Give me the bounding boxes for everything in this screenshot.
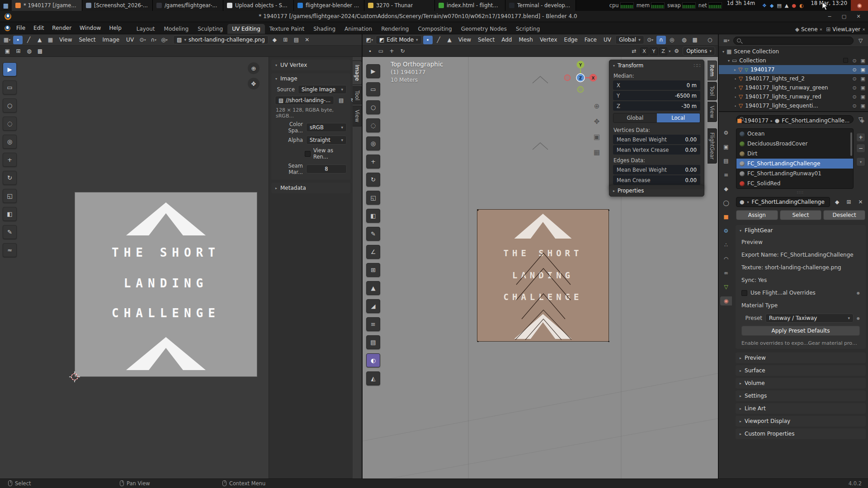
record-icon[interactable]: ● [792,3,796,9]
display-icon[interactable]: ❖ [762,3,767,9]
pin-icon[interactable]: ◈ [860,117,864,124]
deselect-button[interactable]: Deselect [823,210,865,220]
select-lasso-tool[interactable]: ◌ [366,118,380,132]
close-icon[interactable]: ✕ [862,28,865,32]
uv-rotate-tool[interactable]: ↻ [3,171,17,185]
select-box-tool[interactable]: ▭ [366,82,380,96]
edge-menu[interactable]: Edge [561,36,580,44]
settings-panel[interactable]: ▸Settings [736,390,866,401]
uv-select-box-tool[interactable]: ▭ [3,80,17,94]
uv-sync-select-button[interactable]: ▣ [3,47,12,56]
viewport-pan-button[interactable]: ✥ [591,116,603,127]
menu-window[interactable]: Window [75,23,105,34]
volume-panel[interactable]: ▸Volume [736,378,866,389]
tab-output[interactable]: ▤ [720,156,732,165]
uv-tab-image[interactable]: Image [353,61,362,85]
poly-build-tool[interactable]: ◭ [366,371,380,385]
uv-vertex-panel[interactable]: ▾UV Vertex [271,60,350,70]
gear-icon[interactable]: ⚙ [672,47,681,56]
mode-dropdown[interactable]: ◩Edit Mode▾ [376,35,422,44]
apply-preset-defaults-button[interactable]: Apply Preset Defaults [741,326,860,336]
tab-compositing[interactable]: Compositing [413,24,456,34]
breadcrumb-material[interactable]: FC_ShortLandingChalle... [782,117,849,124]
transform-orientation-dropdown[interactable]: Global▾ [615,35,644,44]
shading-wireframe-button[interactable]: ○ [705,36,715,44]
uv-scale-tool[interactable]: ◱ [3,189,17,203]
tab-object[interactable]: ■ [720,212,732,221]
camera-icon[interactable]: ▣ [861,67,865,73]
camera-icon[interactable]: ▣ [861,94,865,100]
tool-fallback-button[interactable]: ∙ [365,47,375,56]
uv-texture-image[interactable]: THE SHORT LANDING CHALLENGE [75,192,257,377]
taskbar-window-flightgear[interactable]: flightgear-blender -... [294,0,364,11]
chevron-down-icon[interactable]: ▾ [722,50,724,54]
flightgear-panel-header[interactable]: ▾ FlightGear [736,225,866,236]
eye-icon[interactable]: ⊙ [852,103,856,109]
proportional-editing-button[interactable]: ◎ [667,36,677,44]
move-tool[interactable]: + [366,155,380,169]
uv-menu-view[interactable]: View [57,36,75,44]
collection-row[interactable]: ▾ ▭ Collection ⊙▣ [719,56,868,65]
seam-margin-field[interactable]: 8 [306,164,347,174]
mem-monitor[interactable]: mem [635,0,666,11]
duplicate-material-button[interactable]: ⊞ [844,198,854,206]
bluetooth-icon[interactable]: ◆ [770,3,774,9]
uv-menu-uv[interactable]: UV [123,36,137,44]
camera-icon[interactable]: ▣ [861,103,865,109]
fake-user-button[interactable]: ◆ [832,198,842,206]
uv-select-circle-tool[interactable]: ○ [3,99,17,113]
menu-edit[interactable]: Edit [29,23,48,34]
chevron-down-icon[interactable]: ▾ [728,59,730,63]
vertex-select-mode-button[interactable]: ∙ [423,36,433,44]
knife-tool[interactable]: ◐ [366,353,380,367]
uv-relax-tool[interactable]: ≈ [3,243,17,257]
fake-user-button[interactable]: ◆ [270,36,279,44]
cursor-tool[interactable]: ◎ [366,136,380,150]
camera-icon[interactable]: ▣ [861,58,865,64]
decorator-icon[interactable]: ● [857,291,860,295]
properties-subpanel[interactable]: ▸Properties [609,185,704,197]
mirror-y-toggle[interactable]: Y [650,47,658,55]
chevron-right-icon[interactable]: ▸ [734,68,736,72]
proportional-editing-button[interactable]: ◎▾ [160,36,169,44]
tab-physics[interactable]: ◠ [720,254,732,263]
unlink-material-button[interactable]: ✕ [856,198,865,206]
viewport-perspective-button[interactable]: ▦ [591,146,603,158]
tab-object-data[interactable]: ▽ [720,282,732,291]
viewport-zoom-button[interactable]: ⊕ [591,100,603,112]
loop-cut-tool[interactable]: ▤ [366,335,380,349]
mean-crease-field[interactable]: Mean Crease0.00 [613,175,700,185]
eye-icon[interactable]: ⊙ [852,94,856,100]
custom-properties-panel[interactable]: ▸Custom Properties [736,428,866,439]
volume-icon[interactable]: ◐ [799,3,804,9]
mesh-plane[interactable]: THE SHORT LANDING CHALLENGE [477,209,609,342]
tool-snap-button[interactable]: + [387,47,396,56]
uv-menu-select[interactable]: Select [76,36,98,44]
uv-select-face-button[interactable]: ▲ [35,36,44,44]
tab-rendering[interactable]: Rendering [377,24,413,34]
taskbar-window-browser[interactable]: Upload objects - S3 ... [223,0,294,11]
preset-dropdown[interactable]: Runway / Taxiway ▾ [765,314,854,323]
median-z-field[interactable]: Z-30 m [613,101,700,111]
uv-display-button[interactable]: ▩ [35,47,45,56]
editor-type-button[interactable]: ≡▾ [722,36,731,45]
edge-select-mode-button[interactable]: ╱ [434,36,443,44]
close-button[interactable]: ✕ [854,14,863,19]
select-button[interactable]: Select [780,210,822,220]
uv-sticky-mode-button[interactable]: ⊞ [14,47,23,56]
slot-deciduous[interactable]: DeciduousBroadCover [736,139,853,149]
swap-monitor[interactable]: swap [666,0,697,11]
uv-zoom-button[interactable]: ⊕ [248,62,259,74]
taskbar-window-thunar[interactable]: 3270 - Thunar [364,0,435,11]
mean-bevel-weight-field[interactable]: Mean Bevel Weight0.00 [613,135,700,144]
pivot-point-button[interactable]: ⊙▾ [138,36,147,44]
camera-icon[interactable]: ▣ [861,76,865,82]
taskbar-window-terminal[interactable]: Terminal - develope... [505,0,576,11]
tab-world[interactable]: ◯ [720,198,732,207]
measure-tool[interactable]: ∠ [366,245,380,259]
object-row-lights-red-2[interactable]: ∙ ▽ 1940177_lights_red_2 ⊙▣ [719,74,868,83]
uv-select-edge-button[interactable]: ╱ [24,36,33,44]
options-dropdown[interactable]: Options▾ [683,47,715,56]
remove-slot-button[interactable]: − [856,144,865,153]
collection-checkbox[interactable] [843,58,848,63]
